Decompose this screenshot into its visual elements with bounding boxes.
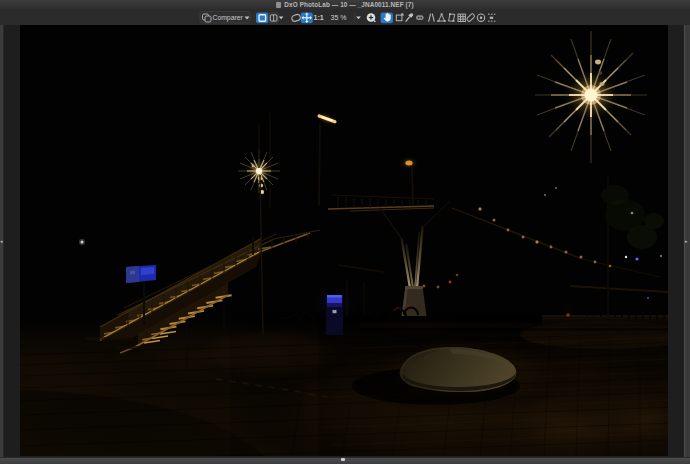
svg-text:35 %: 35 % <box>331 14 347 21</box>
svg-text:Comparer: Comparer <box>213 14 244 22</box>
svg-text:1:1: 1:1 <box>314 14 324 21</box>
